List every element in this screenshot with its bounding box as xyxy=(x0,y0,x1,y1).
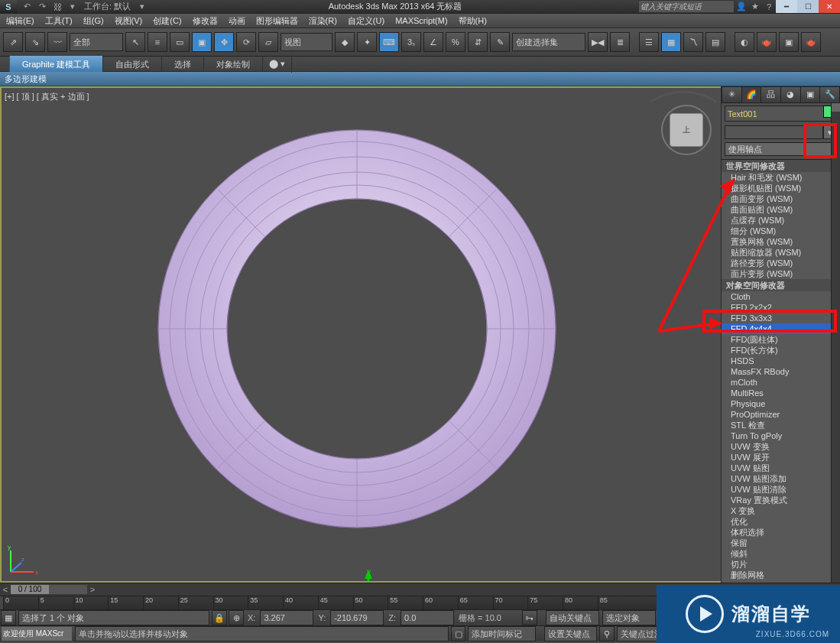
modifier-dropdown-list[interactable]: 世界空间修改器 Hair 和毛发 (WSM) 摄影机贴图 (WSM) 曲面变形 … xyxy=(722,159,840,583)
scroll-up-icon[interactable] xyxy=(832,103,840,112)
select-scale-icon[interactable]: ▱ xyxy=(258,32,278,52)
mod-item[interactable]: 体积选择 xyxy=(722,527,840,537)
edit-named-sel-icon[interactable]: ✎ xyxy=(490,32,510,52)
mod-item[interactable]: UVW 贴图清除 xyxy=(722,484,840,495)
render-icon[interactable]: 🫖 xyxy=(801,32,821,52)
select-link-icon[interactable]: ⇗ xyxy=(3,32,23,52)
menu-customize[interactable]: 自定义(U) xyxy=(348,15,384,27)
menu-rendering[interactable]: 渲染(R) xyxy=(309,15,337,27)
mod-item[interactable]: 贴图缩放器 (WSM) xyxy=(722,247,840,258)
ribbon-tab-graphite[interactable]: Graphite 建模工具 xyxy=(9,56,103,72)
time-slider-handle[interactable]: 0 / 100 xyxy=(11,585,49,594)
workspace-dropdown-icon[interactable]: ▾ xyxy=(135,2,149,12)
select-move-icon[interactable]: ✥ xyxy=(214,32,234,52)
cp-tab-modify-icon[interactable]: 🌈 xyxy=(742,86,762,103)
help-search-input[interactable]: 键入关键字或短语 xyxy=(638,0,735,13)
render-setup-icon[interactable]: 🫖 xyxy=(757,32,777,52)
menu-edit[interactable]: 编辑(E) xyxy=(6,15,34,27)
mod-item[interactable]: 删除网格 xyxy=(722,570,840,580)
x-value-input[interactable]: 3.267 xyxy=(260,610,313,625)
mod-item[interactable]: Physique xyxy=(722,398,840,409)
steering-arc[interactable] xyxy=(649,89,718,103)
z-value-input[interactable]: 0.0 xyxy=(401,610,454,625)
time-tag-icon[interactable]: ▢ xyxy=(451,626,466,641)
mod-item[interactable]: FFD(圆柱体) xyxy=(722,334,840,345)
command-panel-scrollbar[interactable] xyxy=(831,103,840,583)
menu-create[interactable]: 创建(C) xyxy=(153,15,181,27)
mod-item[interactable]: UVW 变换 xyxy=(722,441,840,452)
modifier-list-dropdown[interactable] xyxy=(725,125,823,139)
time-slider-track[interactable]: 0 / 100 xyxy=(11,585,87,594)
maxscript-mini-listener-icon[interactable]: ▦ xyxy=(1,610,16,625)
use-pivot-label[interactable]: 使用轴点 xyxy=(725,142,837,156)
maxscript-listener[interactable]: 欢迎使用 MAXScr xyxy=(2,627,72,641)
mod-item[interactable]: Turn To gPoly xyxy=(722,430,840,441)
layer-manager-icon[interactable]: ☰ xyxy=(639,32,659,52)
qat-redo-icon[interactable]: ↷ xyxy=(35,2,49,12)
selected-object-button[interactable]: 选定对象 xyxy=(602,610,656,625)
mod-item[interactable]: X 变换 xyxy=(722,505,840,516)
mod-item[interactable]: UVW 贴图添加 xyxy=(722,473,840,484)
isolate-selection-icon[interactable]: 🗝 xyxy=(522,610,537,625)
ribbon-expand-icon[interactable]: ⬤ ▾ xyxy=(263,55,292,73)
cp-tab-hierarchy-icon[interactable]: 品 xyxy=(761,86,781,103)
cp-tab-create-icon[interactable]: ✳ xyxy=(722,86,742,103)
percent-snap-icon[interactable]: % xyxy=(446,32,465,52)
mod-item[interactable]: MultiRes xyxy=(722,388,840,398)
help-icon[interactable]: ? xyxy=(762,2,776,12)
key-filters-icon[interactable]: ⚲ xyxy=(599,626,615,641)
viewport-label[interactable]: [+] [ 顶 ] [ 真实 + 边面 ] xyxy=(5,91,89,102)
mod-item[interactable]: 曲面变形 (WSM) xyxy=(722,193,840,204)
mod-item[interactable]: UVW 贴图 xyxy=(722,463,840,473)
select-rotate-icon[interactable]: ⟳ xyxy=(236,32,256,52)
rect-select-icon[interactable]: ▭ xyxy=(170,32,190,52)
mod-item[interactable]: 置换网格 (WSM) xyxy=(722,236,840,247)
window-crossing-icon[interactable]: ▣ xyxy=(192,32,212,52)
align-icon[interactable]: ≣ xyxy=(610,32,630,52)
window-maximize-button[interactable]: ☐ xyxy=(797,0,819,13)
set-key-button[interactable]: 设置关键点 xyxy=(544,626,597,641)
window-close-button[interactable]: ✕ xyxy=(819,0,840,13)
keyboard-shortcut-icon[interactable]: ⌨ xyxy=(379,32,399,52)
ribbon-panel-poly[interactable]: 多边形建模 xyxy=(0,72,840,86)
mod-item[interactable]: UVW 展开 xyxy=(722,452,840,463)
spinner-snap-icon[interactable]: ⇵ xyxy=(468,32,488,52)
mod-item[interactable]: MassFX RBody xyxy=(722,366,840,377)
y-value-input[interactable]: -210.679 xyxy=(330,610,384,625)
viewcube[interactable]: 上 xyxy=(660,103,713,157)
qat-undo-icon[interactable]: ↶ xyxy=(20,2,34,12)
mod-item[interactable]: 点缓存 (WSM) xyxy=(722,215,840,226)
unlink-icon[interactable]: ⇘ xyxy=(25,32,45,52)
cp-tab-display-icon[interactable]: ▣ xyxy=(801,86,821,103)
absolute-transform-icon[interactable]: ⊕ xyxy=(229,610,244,625)
mod-item[interactable]: 切片 xyxy=(722,559,840,570)
mod-item[interactable]: mCloth xyxy=(722,377,840,388)
user-icon[interactable]: 👤 xyxy=(735,2,748,12)
menu-help[interactable]: 帮助(H) xyxy=(459,15,487,27)
time-next-icon[interactable]: > xyxy=(87,585,98,594)
mod-item[interactable]: 细分 (WSM) xyxy=(722,226,840,236)
workspace-label[interactable]: 工作台: 默认 xyxy=(81,1,134,12)
window-minimize-button[interactable]: ━ xyxy=(776,0,797,13)
schematic-view-icon[interactable]: ▤ xyxy=(705,32,725,52)
mod-item[interactable]: 倾斜 xyxy=(722,548,840,559)
select-object-icon[interactable]: ↖ xyxy=(125,32,145,52)
angle-snap-icon[interactable]: ∠ xyxy=(423,32,443,52)
lock-selection-icon[interactable]: 🔒 xyxy=(212,610,227,625)
mod-item[interactable]: ProOptimizer xyxy=(722,409,840,420)
favorites-icon[interactable]: ★ xyxy=(748,2,762,12)
use-pivot-icon[interactable]: ◆ xyxy=(335,32,355,52)
ref-coord-dropdown[interactable]: 视图 xyxy=(281,33,332,51)
viewport-top[interactable]: [+] [ 顶 ] [ 真实 + 边面 ] xyxy=(0,86,721,583)
auto-key-button[interactable]: 自动关键点 xyxy=(546,610,599,625)
app-menu-icon[interactable]: S xyxy=(0,0,17,13)
bind-spacewarp-icon[interactable]: 〰 xyxy=(47,32,67,52)
render-frame-icon[interactable]: ▣ xyxy=(779,32,799,52)
named-sel-set-dropdown[interactable]: 创建选择集 xyxy=(512,33,585,51)
mirror-icon[interactable]: ▶◀ xyxy=(588,32,608,52)
mod-item[interactable]: 曲面贴图 (WSM) xyxy=(722,204,840,215)
curve-editor-icon[interactable]: 〽 xyxy=(683,32,703,52)
menu-maxscript[interactable]: MAXScript(M) xyxy=(395,16,447,25)
menu-graph-editors[interactable]: 图形编辑器 xyxy=(256,15,298,27)
object-name-field[interactable]: Text001 xyxy=(725,106,837,122)
